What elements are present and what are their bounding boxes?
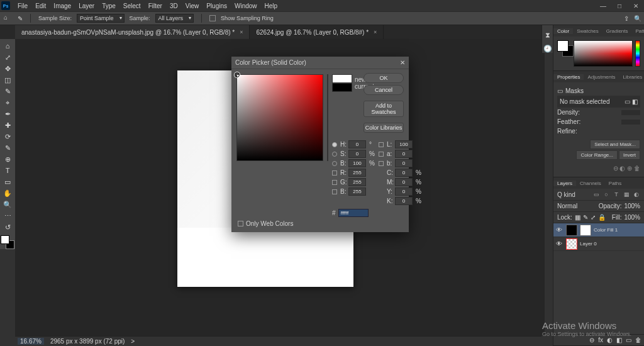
tab-gradients[interactable]: Gradients bbox=[602, 28, 632, 34]
visibility-toggle-icon[interactable]: 👁 bbox=[556, 226, 564, 233]
input-bv[interactable] bbox=[348, 159, 366, 167]
input-c[interactable] bbox=[395, 169, 413, 177]
color-range-button[interactable]: Color Range... bbox=[576, 150, 618, 160]
tool-frame[interactable]: ✎ bbox=[1, 86, 14, 97]
layer-filter-kind-label[interactable]: Q kind bbox=[557, 191, 575, 198]
layers-delete-icon[interactable]: 🗑 bbox=[635, 337, 641, 343]
layer-name-1[interactable]: Color Fill 1 bbox=[594, 227, 618, 233]
chk-l[interactable] bbox=[379, 142, 384, 147]
tool-healing[interactable]: ✚ bbox=[1, 120, 14, 131]
density-slider[interactable] bbox=[621, 110, 640, 115]
filter-icon-4[interactable]: ▦ bbox=[623, 191, 630, 198]
status-arrow-icon[interactable]: > bbox=[131, 338, 135, 345]
tool-crop[interactable]: ◫ bbox=[1, 74, 14, 86]
tool-zoom[interactable]: 🔍 bbox=[1, 199, 14, 210]
layers-mask-icon[interactable]: ◐ bbox=[607, 337, 613, 343]
color-libraries-button[interactable]: Color Libraries bbox=[364, 123, 404, 133]
hue-strip[interactable] bbox=[635, 40, 640, 67]
close-window-button[interactable]: ✕ bbox=[628, 0, 644, 11]
input-b[interactable] bbox=[348, 187, 366, 196]
foreground-color-swatch[interactable] bbox=[1, 235, 9, 244]
document-tab-2[interactable]: 62624.jpg @ 16.7% (Layer 0, RGB/8#) * × bbox=[250, 25, 384, 39]
menu-filter[interactable]: Filter bbox=[145, 3, 166, 9]
dialog-close-icon[interactable]: ✕ bbox=[400, 59, 405, 66]
filter-icon-1[interactable]: ▭ bbox=[592, 191, 600, 198]
menu-type[interactable]: Type bbox=[98, 3, 119, 9]
menu-window[interactable]: Window bbox=[231, 3, 261, 9]
tool-brush[interactable]: ✒ bbox=[1, 108, 14, 120]
lock-icon-3[interactable]: ⤢ bbox=[591, 214, 596, 221]
tab-libraries[interactable]: Libraries bbox=[619, 74, 645, 80]
panel-fg-swatch[interactable] bbox=[557, 40, 569, 52]
filter-icon-5[interactable]: ◐ bbox=[633, 191, 640, 198]
fill-value[interactable]: 100% bbox=[624, 214, 640, 221]
color-picker-hue-slider[interactable] bbox=[327, 74, 328, 161]
input-a[interactable] bbox=[395, 150, 413, 158]
chk-a[interactable] bbox=[379, 152, 384, 157]
ok-button[interactable]: OK bbox=[364, 73, 404, 83]
input-h[interactable] bbox=[348, 140, 366, 148]
menu-edit[interactable]: Edit bbox=[31, 3, 50, 9]
dock-icon-2[interactable]: 🕘 bbox=[543, 44, 552, 53]
layer-name-2[interactable]: Layer 0 bbox=[580, 241, 597, 247]
lock-icon-2[interactable]: ✎ bbox=[583, 214, 588, 221]
minimize-button[interactable]: — bbox=[595, 0, 611, 11]
search-help-icon[interactable]: 🔍 bbox=[634, 15, 641, 22]
visibility-toggle-icon[interactable]: 👁 bbox=[556, 240, 564, 247]
menu-file[interactable]: File bbox=[14, 3, 31, 9]
input-y[interactable] bbox=[395, 187, 413, 196]
menu-view[interactable]: View bbox=[182, 3, 203, 9]
tool-type[interactable]: T bbox=[1, 165, 14, 176]
chk-g[interactable] bbox=[332, 180, 337, 185]
radio-h[interactable] bbox=[332, 142, 337, 147]
tool-pen[interactable]: ▭ bbox=[1, 176, 14, 187]
tool-move[interactable]: ⌂ bbox=[1, 40, 14, 52]
menu-3d[interactable]: 3D bbox=[166, 3, 182, 9]
tab-adjustments[interactable]: Adjustments bbox=[584, 74, 619, 80]
chk-b[interactable] bbox=[379, 161, 384, 166]
menu-help[interactable]: Help bbox=[261, 3, 282, 9]
tab-channels[interactable]: Channels bbox=[576, 181, 605, 186]
input-l[interactable] bbox=[395, 140, 413, 148]
filter-icon-3[interactable]: T bbox=[613, 191, 620, 198]
home-icon[interactable]: ⌂ bbox=[4, 14, 13, 23]
lock-icon-1[interactable]: ▦ bbox=[575, 214, 580, 221]
foreground-background-swatch[interactable] bbox=[1, 235, 14, 249]
invert-button[interactable]: Invert bbox=[619, 150, 640, 160]
chk-bb[interactable] bbox=[332, 189, 337, 194]
menu-image[interactable]: Image bbox=[50, 3, 75, 9]
sample-dropdown[interactable]: All Layers bbox=[155, 14, 194, 23]
tab-swatches[interactable]: Swatches bbox=[573, 28, 602, 34]
layers-new-icon[interactable]: ▭ bbox=[626, 337, 631, 343]
share-icon[interactable]: ⇪ bbox=[624, 15, 629, 22]
select-and-mask-button[interactable]: Select and Mask... bbox=[590, 140, 640, 149]
dock-icon-1[interactable]: ⧗ bbox=[543, 30, 552, 39]
layer-row-layer0[interactable]: 👁 Layer 0 bbox=[553, 237, 644, 251]
color-picker-field[interactable] bbox=[236, 74, 323, 161]
add-swatches-button[interactable]: Add to Swatches bbox=[364, 101, 404, 117]
feather-slider[interactable] bbox=[621, 120, 640, 125]
input-lab-b[interactable] bbox=[395, 159, 413, 167]
tab-patterns[interactable]: Patterns bbox=[632, 28, 645, 34]
color-field[interactable] bbox=[574, 40, 633, 67]
cancel-button[interactable]: Cancel bbox=[364, 85, 404, 95]
filter-icon-2[interactable]: ○ bbox=[602, 191, 610, 198]
input-s[interactable] bbox=[348, 150, 366, 158]
tab-color[interactable]: Color bbox=[553, 28, 573, 34]
input-k[interactable] bbox=[395, 197, 413, 205]
only-web-colors-checkbox[interactable] bbox=[238, 221, 243, 226]
input-r[interactable] bbox=[348, 169, 366, 177]
blend-mode-dropdown[interactable]: Normal bbox=[557, 203, 577, 209]
radio-s[interactable] bbox=[332, 152, 337, 157]
layers-fx-icon[interactable]: fx bbox=[598, 337, 603, 343]
tool-swap[interactable]: ↺ bbox=[1, 221, 14, 233]
tab-properties[interactable]: Properties bbox=[553, 74, 584, 80]
document-tab-1[interactable]: anastasiya-badun-gSmOVpNSaM-unsplash.jpg… bbox=[15, 25, 250, 39]
tab-paths[interactable]: Paths bbox=[605, 181, 625, 186]
maximize-button[interactable]: □ bbox=[611, 0, 628, 11]
tool-hand[interactable]: ✋ bbox=[1, 187, 14, 199]
color-picker-cursor[interactable] bbox=[235, 72, 240, 77]
show-ring-checkbox[interactable] bbox=[209, 15, 216, 21]
menu-layer[interactable]: Layer bbox=[75, 3, 98, 9]
input-g[interactable] bbox=[348, 178, 366, 186]
